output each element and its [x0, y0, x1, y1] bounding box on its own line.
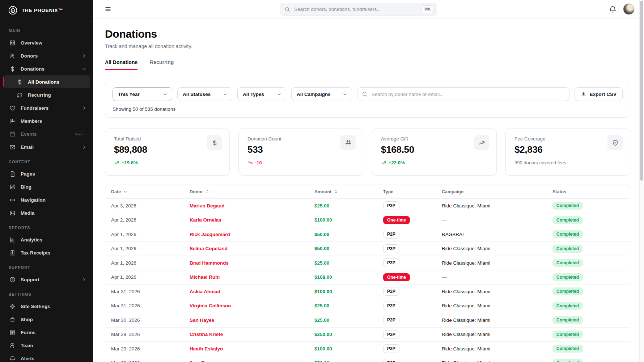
donor-link[interactable]: Heath Eskalyo — [190, 346, 223, 352]
table-row[interactable]: Apr 1, 2026Rick Jacquemard$50.00P2PRAGBR… — [105, 227, 630, 242]
column-label: Type — [383, 189, 393, 194]
sidebar-item-navigation[interactable]: Navigation — [3, 193, 90, 206]
table-row[interactable]: Mar 28, 2026Sam Reyes$50.00P2PRide Class… — [105, 356, 630, 362]
sidebar-item-label: Navigation — [21, 197, 46, 203]
soon-badge: Soon — [72, 131, 86, 137]
donor-search-input[interactable] — [371, 91, 565, 97]
donation-campaign: Ride Classique: Miami — [442, 346, 552, 352]
donor-link[interactable]: Cristina Kriete — [190, 332, 223, 337]
filter-dropdown-all-statuses[interactable]: All Statuses — [177, 87, 232, 101]
donation-amount: $50.00 — [314, 246, 383, 251]
donor-link[interactable]: Karla Ornelas — [190, 217, 221, 223]
filter-dropdown-all-campaigns[interactable]: All Campaigns — [291, 87, 352, 101]
sidebar-item-label: Email — [21, 144, 34, 150]
donation-date: Apr 1, 2026 — [111, 246, 190, 251]
donor-search[interactable] — [357, 87, 569, 101]
filter-summary: Showing 50 of 535 donations — [113, 106, 623, 112]
sidebar-item-email[interactable]: Email — [3, 140, 90, 153]
status-badge: Completed — [552, 302, 583, 310]
sidebar-item-members[interactable]: Members — [3, 114, 90, 127]
export-csv-button[interactable]: Export CSV — [575, 87, 623, 101]
donation-campaign: Ride Classique: Miami — [442, 332, 552, 337]
global-search-input[interactable] — [293, 6, 418, 12]
column-header-donor[interactable]: Donor — [190, 189, 314, 194]
donation-amount: $100.00 — [314, 346, 383, 352]
sidebar-item-label: Media — [21, 210, 34, 216]
menu-icon[interactable] — [105, 6, 111, 13]
sidebar-item-forms[interactable]: Forms — [3, 326, 90, 339]
sidebar-item-all-donations[interactable]: All Donations — [3, 75, 90, 88]
donor-link[interactable]: Sam Reyes — [190, 360, 216, 362]
export-csv-label: Export CSV — [590, 92, 617, 97]
sidebar-item-alerts[interactable]: Alerts — [3, 352, 90, 362]
donor-link[interactable]: Michael Ruhl — [190, 274, 220, 280]
avatar[interactable] — [623, 3, 635, 15]
stat-trend: -10 — [247, 160, 354, 165]
sidebar-item-shop[interactable]: Shop — [3, 313, 90, 326]
sidebar-item-donors[interactable]: Donors — [3, 49, 90, 62]
table-row[interactable]: Mar 29, 2026Heath Eskalyo$100.00P2PRide … — [105, 342, 630, 356]
sidebar-item-label: Tax Receipts — [21, 250, 50, 256]
stat-label: Fee Coverage — [514, 136, 621, 142]
donor-link[interactable]: Rick Jacquemard — [190, 232, 230, 237]
table-row[interactable]: Apr 3, 2026Marius Begaud$25.00P2PRide Cl… — [105, 199, 630, 213]
sidebar-item-analytics[interactable]: Analytics — [3, 233, 90, 246]
donor-link[interactable]: Selina Copeland — [190, 246, 228, 251]
donor-link[interactable]: San Hayes — [190, 317, 214, 323]
global-search[interactable]: ⌘K — [280, 3, 437, 16]
column-label: Date — [111, 189, 121, 194]
type-badge: P2P — [383, 302, 399, 310]
scrollbar-thumb[interactable] — [640, 1, 643, 181]
donation-amount: $100.00 — [314, 217, 383, 223]
page-subtitle: Track and manage all donation activity. — [105, 43, 630, 49]
chevron-right-icon — [82, 145, 86, 150]
sidebar-item-team[interactable]: Team — [3, 339, 90, 352]
table-row[interactable]: Apr 1, 2026Brad Hammonds$25.00P2PRide Cl… — [105, 256, 630, 270]
sidebar-item-recurring[interactable]: Recurring — [3, 88, 90, 101]
brand-logo-row[interactable]: THE PHOENIX™ — [0, 0, 93, 21]
table-row[interactable]: Mar 29, 2026Cristina Kriete$250.00P2PRid… — [105, 328, 630, 342]
heart-icon — [9, 105, 16, 111]
donor-link[interactable]: Virginia Collinson — [190, 303, 231, 308]
nav-section-reports: REPORTS — [0, 219, 93, 233]
sidebar-item-blog[interactable]: Blog — [3, 180, 90, 193]
dollar-icon — [17, 79, 23, 85]
filter-dropdown-this-year[interactable]: This Year — [113, 87, 172, 101]
sidebar-item-fundraisers[interactable]: Fundraisers — [3, 101, 90, 114]
column-header-amount[interactable]: Amount — [314, 189, 383, 194]
sidebar-item-site-settings[interactable]: Site Settings — [3, 300, 90, 313]
column-label: Donor — [190, 189, 203, 194]
filter-dropdown-all-types[interactable]: All Types — [237, 87, 286, 101]
sidebar-item-events[interactable]: EventsSoon — [3, 127, 90, 140]
bell-icon[interactable] — [609, 5, 617, 13]
donation-campaign: Ride Classique: Miami — [442, 303, 552, 308]
tab-all-donations[interactable]: All Donations — [105, 59, 137, 70]
stat-card-average-gift: Average Gift$168.50+22.0% — [372, 128, 497, 176]
donation-date: Apr 2, 2026 — [111, 217, 190, 223]
type-badge: P2P — [383, 330, 399, 339]
table-row[interactable]: Mar 30, 2026San Hayes$25.00P2PRide Class… — [105, 313, 630, 328]
filter-row: This YearAll StatusesAll TypesAll Campai… — [113, 87, 623, 101]
chevron-right-icon — [82, 54, 86, 58]
table-row[interactable]: Mar 31, 2026Virginia Collinson$25.00P2PR… — [105, 299, 630, 313]
table-row[interactable]: Mar 31, 2026Askia Ahmad$100.00P2PRide Cl… — [105, 285, 630, 299]
sidebar-item-overview[interactable]: Overview — [3, 36, 90, 49]
sidebar-item-tax-receipts[interactable]: Tax Receipts — [3, 246, 90, 259]
table-row[interactable]: Apr 2, 2026Karla Ornelas$100.00One-time—… — [105, 213, 630, 228]
sidebar-item-donations[interactable]: Donations — [3, 62, 90, 75]
tab-recurring[interactable]: Recurring — [150, 59, 174, 70]
table-row[interactable]: Apr 1, 2026Michael Ruhl$168.00One-time—C… — [105, 270, 630, 285]
table-row[interactable]: Apr 1, 2026Selina Copeland$50.00P2PRide … — [105, 242, 630, 256]
sidebar-item-pages[interactable]: Pages — [3, 167, 90, 180]
trend-down-icon — [247, 160, 253, 165]
sidebar-item-media[interactable]: Media — [3, 206, 90, 219]
vertical-scrollbar[interactable] — [639, 0, 644, 362]
donor-link[interactable]: Askia Ahmad — [190, 289, 220, 294]
calendar-icon — [9, 131, 16, 137]
sidebar-item-support[interactable]: Support — [3, 273, 90, 286]
status-badge: Completed — [552, 345, 583, 353]
donor-link[interactable]: Brad Hammonds — [190, 260, 229, 266]
column-header-date[interactable]: Date — [111, 189, 190, 194]
donation-campaign: Ride Classique: Miami — [442, 360, 552, 362]
donor-link[interactable]: Marius Begaud — [190, 203, 225, 209]
